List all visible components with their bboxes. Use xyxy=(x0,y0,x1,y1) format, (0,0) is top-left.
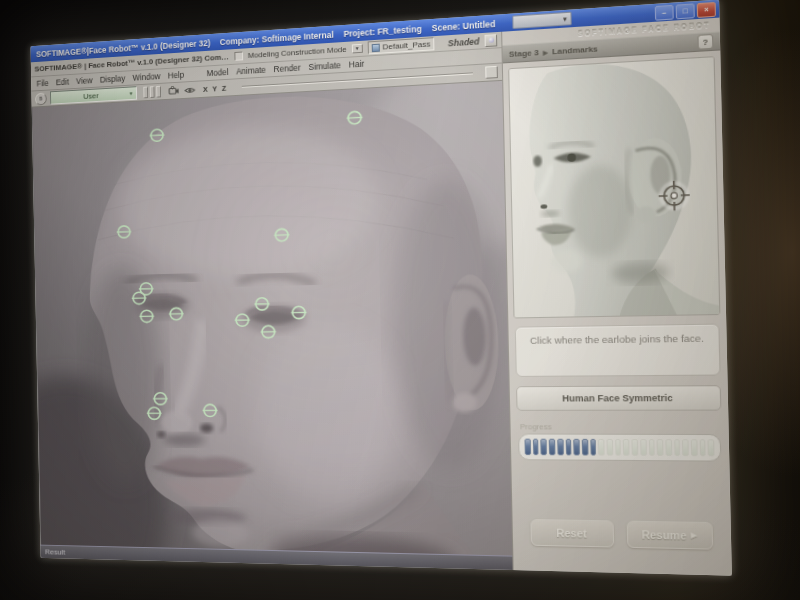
progress-segment-5 xyxy=(557,439,563,456)
menu-animate[interactable]: Animate xyxy=(236,65,266,77)
chevron-down-icon: ▼ xyxy=(129,90,134,96)
progress-segment-12 xyxy=(615,439,622,456)
progress-segment-23 xyxy=(708,439,715,456)
chevron-down-icon: ▼ xyxy=(355,45,360,51)
main-column: SOFTIMAGE® | Face Robot™ v.1.0 (Designer… xyxy=(31,32,513,570)
menu-simulate[interactable]: Simulate xyxy=(308,60,341,72)
viewport-letter: B xyxy=(39,96,43,102)
status-text: Result xyxy=(45,548,65,557)
reset-button[interactable]: Reset xyxy=(530,519,614,548)
shading-mode-label[interactable]: Shaded xyxy=(448,36,480,48)
progress-segment-18 xyxy=(665,439,672,456)
instruction-text: Click where the earlobe joins the face. xyxy=(515,324,721,377)
construction-mode-dropdown[interactable]: ▼ xyxy=(352,44,363,54)
close-button[interactable]: × xyxy=(697,1,716,17)
head-model xyxy=(33,81,513,556)
progress-segment-4 xyxy=(549,439,555,456)
construction-mode-checkbox[interactable] xyxy=(234,51,243,60)
stage-label: Stage 3 xyxy=(509,47,539,58)
face-robot-panel: SOFTIMAGE FACE ROBOT Stage 3 ▶ Landmarks… xyxy=(501,18,732,576)
progress-segment-9 xyxy=(590,439,596,456)
panel-spacer xyxy=(511,460,730,522)
progress-segment-13 xyxy=(623,439,630,456)
axis-label-z[interactable]: Z xyxy=(222,83,227,92)
camera-icon[interactable] xyxy=(167,85,179,97)
progress-segment-8 xyxy=(582,439,588,456)
progress-segment-11 xyxy=(607,439,614,456)
chevron-right-icon: ▶ xyxy=(543,48,548,56)
separator xyxy=(143,87,148,99)
progress-label: Progress xyxy=(520,422,719,432)
help-button[interactable]: ? xyxy=(697,34,713,50)
play-icon: ▶ xyxy=(691,531,697,540)
application-window: SOFTIMAGE®|Face Robot™ v.1.0 (Designer 3… xyxy=(31,0,732,576)
shading-mode-button[interactable] xyxy=(485,34,498,47)
axis-label-x[interactable]: X xyxy=(203,84,208,93)
render-pass-selector[interactable]: Default_Pass xyxy=(367,37,434,54)
progress-segment-10 xyxy=(598,439,605,456)
menu-render[interactable]: Render xyxy=(274,63,301,75)
pass-label: Default_Pass xyxy=(382,39,430,51)
menu-hair[interactable]: Hair xyxy=(349,59,365,70)
reference-head xyxy=(509,57,719,317)
camera-name: User xyxy=(54,89,129,102)
scene-selector-dropdown[interactable]: ▼ xyxy=(512,12,571,29)
separator xyxy=(156,86,161,98)
separator xyxy=(150,86,155,98)
progress-segment-20 xyxy=(682,439,689,456)
toolbar-separators xyxy=(143,86,161,99)
viewport-resize-button[interactable] xyxy=(485,66,498,79)
menu-help[interactable]: Help xyxy=(168,70,184,81)
face-type-button[interactable]: Human Face Symmetric xyxy=(516,385,721,411)
progress-segment-6 xyxy=(565,439,571,456)
window-body: SOFTIMAGE® | Face Robot™ v.1.0 (Designer… xyxy=(31,18,732,576)
menu-window[interactable]: Window xyxy=(132,71,160,82)
menu-display[interactable]: Display xyxy=(100,73,126,84)
maximize-button[interactable]: □ xyxy=(676,3,695,19)
axis-label-y[interactable]: Y xyxy=(212,84,217,93)
resume-label: Resume xyxy=(641,528,686,542)
progress-segment-1 xyxy=(524,439,530,455)
progress-segment-14 xyxy=(632,439,639,456)
menu-edit[interactable]: Edit xyxy=(56,77,69,87)
project-label: Project: FR_testing xyxy=(343,23,421,38)
progress-segment-19 xyxy=(674,439,681,456)
pass-icon xyxy=(371,43,379,52)
scene-label: Scene: Untitled xyxy=(432,18,496,32)
chevron-down-icon: ▼ xyxy=(562,16,568,23)
menu-view[interactable]: View xyxy=(76,75,93,86)
menu-file[interactable]: File xyxy=(36,78,48,88)
progress-segment-16 xyxy=(648,439,655,456)
projected-screen: SOFTIMAGE®|Face Robot™ v.1.0 (Designer 3… xyxy=(31,0,732,576)
eye-icon[interactable] xyxy=(183,84,195,96)
panel-buttons: Reset Resume ▶ xyxy=(513,519,732,576)
stage-name: Landmarks xyxy=(552,44,598,56)
progress-segment-17 xyxy=(657,439,664,456)
resume-button[interactable]: Resume ▶ xyxy=(626,521,713,550)
progress-segment-2 xyxy=(533,439,539,456)
minimize-button[interactable]: – xyxy=(655,4,674,20)
viewport-3d[interactable] xyxy=(32,81,513,556)
progress-segment-22 xyxy=(699,439,706,456)
axis-labels: XYZ xyxy=(203,83,226,93)
reset-label: Reset xyxy=(556,527,587,540)
progress-segment-15 xyxy=(640,439,647,456)
progress-segment-21 xyxy=(691,439,698,456)
progress-segment-7 xyxy=(573,439,579,456)
viewport-letter-button[interactable]: B xyxy=(35,92,47,105)
progress-bar xyxy=(518,433,721,461)
menu-model[interactable]: Model xyxy=(207,67,229,78)
progress-segment-3 xyxy=(541,439,547,456)
sphere-icon xyxy=(488,37,493,42)
reference-head-image xyxy=(508,56,720,318)
